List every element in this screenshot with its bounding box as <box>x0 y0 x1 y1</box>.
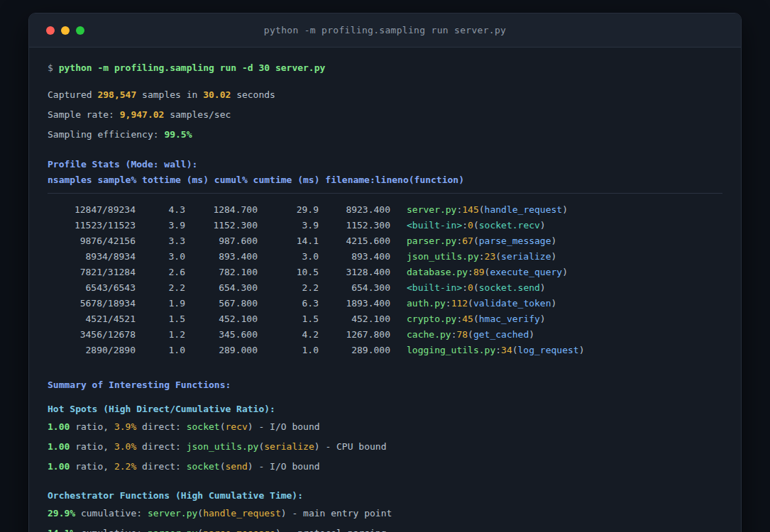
command-line: $ python -m profiling.sampling run -d 30… <box>48 60 722 76</box>
row-location: crypto.py:45(hmac_verify) <box>390 311 546 327</box>
sample-rate-line: Sample rate: 9,947.02 samples/sec <box>48 107 722 123</box>
terminal-output[interactable]: $ python -m profiling.sampling run -d 30… <box>29 48 741 532</box>
row-location: <built-in>:0(socket.recv) <box>390 218 546 233</box>
summary-heading: Summary of Interesting Functions: <box>48 377 722 393</box>
stats-row: 12847/892344.31284.70029.98923.400server… <box>48 202 722 218</box>
orchestrator-line: 14.1% cumulative: parser.py(parse_messag… <box>48 526 722 532</box>
row-location: server.py:145(handle_request) <box>390 202 568 218</box>
stats-row: 2890/28901.0289.0001.0289.000logging_uti… <box>48 343 722 358</box>
hot-spot-line: 1.00 ratio, 3.0% direct: json_utils.py(s… <box>48 439 722 455</box>
hot-spots-heading: Hot Spots (High Direct/Cumulative Ratio)… <box>48 401 722 417</box>
row-location: logging_utils.py:34(log_request) <box>390 343 584 358</box>
row-location: auth.py:112(validate_token) <box>390 296 556 311</box>
stats-row: 4521/45211.5452.1001.5452.100crypto.py:4… <box>48 311 722 327</box>
close-button[interactable] <box>46 26 55 35</box>
stats-row: 6543/65432.2654.3002.2654.300<built-in>:… <box>48 280 722 296</box>
row-location: json_utils.py:23(serialize) <box>390 249 556 265</box>
maximize-button[interactable] <box>76 26 84 35</box>
stats-row: 11523/115233.91152.3003.91152.300<built-… <box>48 218 722 233</box>
stats-row: 7821/312842.6782.10010.53128.400database… <box>48 265 722 280</box>
hot-spots-list: 1.00 ratio, 3.9% direct: socket(recv) - … <box>48 419 722 475</box>
table-divider <box>48 193 722 194</box>
row-location: <built-in>:0(socket.send) <box>390 280 546 296</box>
orchestrator-line: 29.9% cumulative: server.py(handle_reque… <box>48 506 722 521</box>
stats-row: 3456/126781.2345.6004.21267.800cache.py:… <box>48 327 722 343</box>
stats-row: 5678/189341.9567.8006.31893.400auth.py:1… <box>48 296 722 311</box>
row-location: database.py:89(execute_query) <box>390 265 568 280</box>
stats-table: 12847/892344.31284.70029.98923.400server… <box>48 202 722 358</box>
orchestrator-heading: Orchestrator Functions (High Cumulative … <box>48 488 722 504</box>
orchestrator-list: 29.9% cumulative: server.py(handle_reque… <box>48 506 722 532</box>
row-location: cache.py:78(get_cached) <box>390 327 534 343</box>
stats-columns-header: nsamples sample% tottime (ms) cumul% cum… <box>48 172 722 188</box>
window-title: python -m profiling.sampling run server.… <box>264 25 506 35</box>
row-location: parser.py:67(parse_message) <box>390 233 556 249</box>
terminal-window: python -m profiling.sampling run server.… <box>28 13 742 532</box>
captured-line: Captured 298,547 samples in 30.02 second… <box>48 87 722 103</box>
hot-spot-line: 1.00 ratio, 2.2% direct: socket(send) - … <box>48 459 722 475</box>
hot-spot-line: 1.00 ratio, 3.9% direct: socket(recv) - … <box>48 419 722 435</box>
stats-row: 9876/421563.3987.60014.14215.600parser.p… <box>48 233 722 249</box>
efficiency-line: Sampling efficiency: 99.5% <box>48 127 722 143</box>
profile-stats-heading: Profile Stats (Mode: wall): <box>48 157 722 172</box>
minimize-button[interactable] <box>61 26 70 35</box>
stats-row: 8934/89343.0893.4003.0893.400json_utils.… <box>48 249 722 265</box>
window-controls <box>46 13 84 47</box>
titlebar[interactable]: python -m profiling.sampling run server.… <box>29 13 741 48</box>
